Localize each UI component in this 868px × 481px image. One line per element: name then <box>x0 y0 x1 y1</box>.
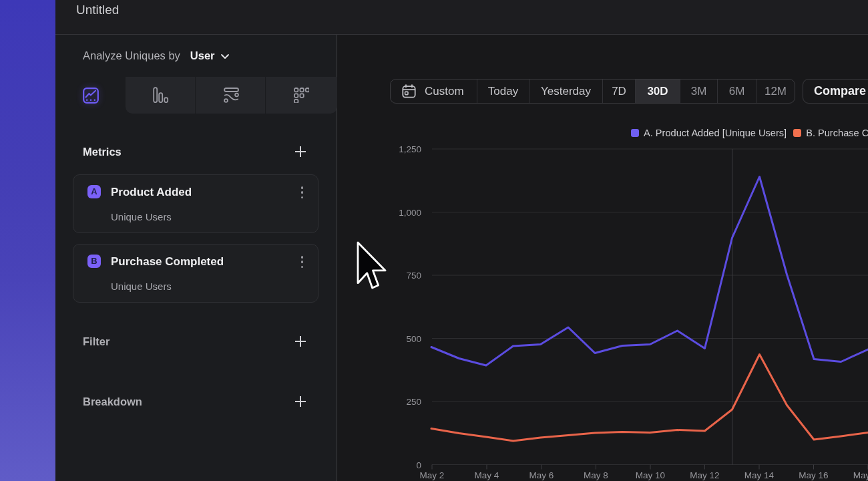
svg-text:1,250: 1,250 <box>399 144 421 154</box>
svg-text:250: 250 <box>406 397 421 407</box>
svg-text:May 2: May 2 <box>420 470 445 480</box>
svg-text:May 4: May 4 <box>475 470 499 480</box>
svg-text:May 18: May 18 <box>853 470 868 480</box>
svg-text:May 8: May 8 <box>584 470 608 480</box>
svg-text:May 16: May 16 <box>799 470 828 480</box>
svg-text:May 14: May 14 <box>744 470 775 480</box>
svg-text:May 12: May 12 <box>690 470 719 480</box>
svg-text:May 10: May 10 <box>636 470 665 480</box>
svg-text:750: 750 <box>406 271 421 281</box>
svg-text:May 6: May 6 <box>529 470 554 480</box>
svg-text:1,000: 1,000 <box>399 208 421 218</box>
svg-text:500: 500 <box>406 334 421 344</box>
svg-text:0: 0 <box>416 460 421 470</box>
